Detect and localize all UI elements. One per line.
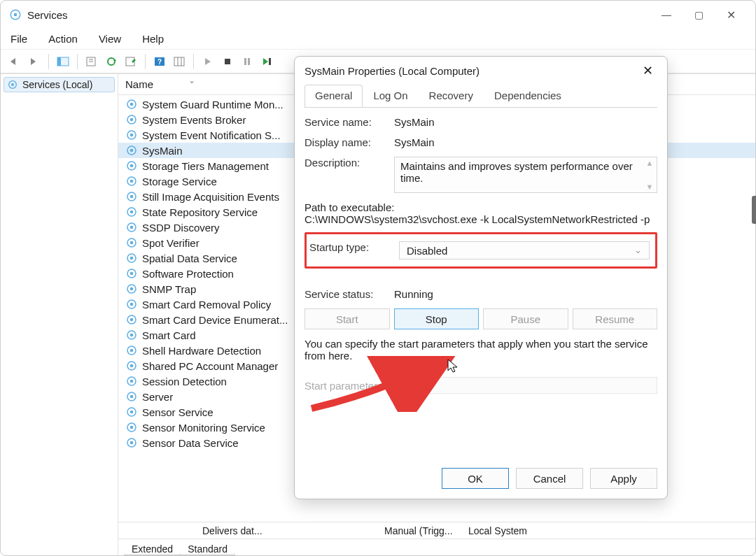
- refresh-icon[interactable]: [103, 53, 120, 70]
- dialog-titlebar: SysMain Properties (Local Computer) ✕: [295, 57, 667, 85]
- tab-dependencies[interactable]: Dependencies: [484, 85, 572, 107]
- cancel-button[interactable]: Cancel: [516, 468, 583, 489]
- svg-point-53: [130, 303, 134, 306]
- pause-service-icon[interactable]: [239, 53, 255, 70]
- gear-icon: [125, 313, 138, 326]
- columns-icon[interactable]: [171, 53, 188, 70]
- start-service-icon[interactable]: [200, 53, 216, 70]
- gear-icon: [125, 390, 138, 403]
- gear-icon: [125, 190, 138, 203]
- properties-dialog: SysMain Properties (Local Computer) ✕ Ge…: [294, 56, 668, 499]
- svg-rect-23: [269, 58, 271, 65]
- service-item-label: Spot Verifier: [142, 237, 200, 249]
- svg-point-63: [130, 380, 134, 383]
- service-item-label: Shell Hardware Detection: [142, 345, 261, 357]
- service-item-label: System Events Broker: [142, 114, 246, 126]
- tree-item-label: Services (Local): [22, 79, 92, 90]
- startup-type-combobox[interactable]: Disabled: [399, 241, 650, 259]
- properties-icon[interactable]: [122, 53, 139, 70]
- close-button[interactable]: ✕: [715, 3, 747, 26]
- svg-point-57: [130, 334, 134, 337]
- service-item-label: SNMP Trap: [142, 283, 196, 295]
- svg-point-27: [130, 103, 134, 106]
- view-tabs: Extended Standard: [118, 539, 755, 555]
- gear-icon: [125, 329, 138, 341]
- restart-service-icon[interactable]: [258, 53, 275, 70]
- gear-icon: [7, 79, 18, 90]
- menu-action[interactable]: Action: [46, 30, 80, 48]
- gear-icon: [125, 175, 138, 187]
- menu-view[interactable]: View: [96, 30, 124, 48]
- stop-service-icon[interactable]: [219, 53, 236, 70]
- service-item-label: Session Detection: [142, 376, 227, 387]
- help-icon[interactable]: ?: [151, 53, 168, 70]
- apply-button[interactable]: Apply: [590, 468, 657, 489]
- tab-recovery[interactable]: Recovery: [419, 85, 484, 107]
- svg-rect-5: [57, 57, 61, 66]
- svg-point-41: [130, 211, 134, 214]
- column-header-label: Name: [125, 78, 153, 90]
- svg-point-55: [130, 318, 134, 322]
- svg-point-71: [130, 441, 134, 445]
- service-item-label: Storage Tiers Management: [142, 160, 269, 172]
- gear-icon: [125, 113, 138, 126]
- service-item-label: Smart Card Removal Policy: [142, 299, 271, 311]
- gear-icon: [125, 267, 138, 280]
- showtree-icon[interactable]: [55, 53, 71, 70]
- status-logon: Local System: [461, 525, 534, 536]
- gear-icon: [125, 236, 138, 249]
- menu-help[interactable]: Help: [139, 30, 167, 48]
- svg-point-61: [130, 364, 134, 368]
- maximize-button[interactable]: ▢: [682, 3, 715, 26]
- scrollbar-thumb[interactable]: [752, 196, 756, 224]
- back-icon[interactable]: [6, 53, 23, 70]
- scroll-up-icon[interactable]: ▲: [644, 159, 655, 167]
- gear-icon: [125, 344, 138, 357]
- value-display-name: SysMain: [394, 136, 657, 148]
- statusbar: Delivers dat... Manual (Trigg... Local S…: [118, 522, 755, 539]
- gear-icon: [125, 436, 138, 449]
- service-item-label: Sensor Data Service: [142, 437, 239, 449]
- tree-item-services-local[interactable]: Services (Local): [4, 77, 115, 92]
- sort-caret-icon: ⌄: [188, 76, 195, 85]
- svg-point-29: [130, 118, 134, 122]
- minimize-button[interactable]: —: [650, 3, 682, 26]
- menu-file[interactable]: File: [8, 30, 30, 48]
- service-item-label: SysMain: [142, 145, 183, 157]
- svg-point-39: [130, 195, 134, 199]
- gear-icon: [125, 159, 138, 172]
- menubar: File Action View Help: [1, 29, 755, 50]
- service-item-label: Storage Service: [142, 176, 217, 187]
- svg-point-43: [130, 226, 134, 229]
- svg-point-45: [130, 241, 134, 245]
- scroll-down-icon[interactable]: ▼: [644, 183, 655, 191]
- export-icon[interactable]: [83, 53, 100, 70]
- forward-icon[interactable]: [26, 53, 43, 70]
- start-button: Start: [304, 308, 390, 329]
- status-startup: Manual (Trigg...: [377, 525, 461, 536]
- tab-logon[interactable]: Log On: [363, 85, 418, 107]
- tab-extended[interactable]: Extended: [124, 542, 181, 555]
- value-service-name: SysMain: [394, 116, 657, 128]
- svg-point-47: [130, 257, 134, 260]
- service-item-label: System Guard Runtime Mon...: [142, 99, 284, 111]
- stop-button[interactable]: Stop: [394, 308, 479, 329]
- dialog-panel: Service name: SysMain Display name: SysM…: [304, 107, 657, 459]
- dialog-tabs: General Log On Recovery Dependencies: [295, 85, 667, 107]
- tab-general[interactable]: General: [304, 85, 363, 107]
- label-service-name: Service name:: [304, 116, 394, 128]
- svg-rect-19: [225, 59, 230, 64]
- svg-rect-21: [248, 58, 250, 65]
- svg-point-69: [130, 426, 134, 429]
- window-title: Services: [27, 9, 650, 21]
- gear-icon: [125, 252, 138, 264]
- service-item-label: State Repository Service: [142, 206, 258, 218]
- label-startup-type: Startup type:: [309, 241, 399, 253]
- tab-standard[interactable]: Standard: [180, 542, 235, 555]
- svg-point-25: [11, 83, 14, 86]
- description-textarea[interactable]: Maintains and improves system performanc…: [394, 157, 657, 193]
- label-service-status: Service status:: [304, 288, 394, 300]
- ok-button[interactable]: OK: [442, 468, 509, 489]
- svg-point-51: [130, 287, 134, 291]
- dialog-close-button[interactable]: ✕: [638, 63, 657, 78]
